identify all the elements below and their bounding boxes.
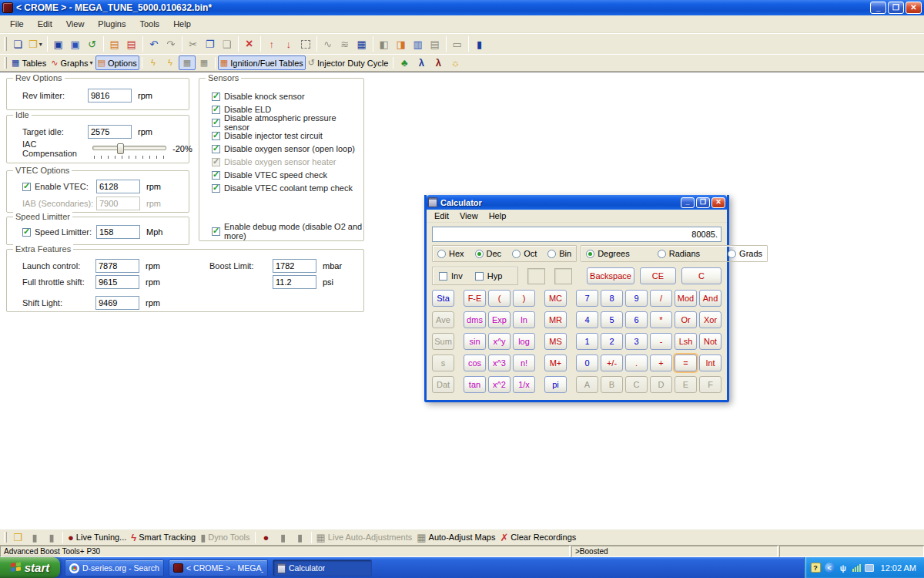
calc-key-exp[interactable]: Exp <box>488 311 511 328</box>
table-3d-button[interactable]: ▦ <box>353 35 370 52</box>
speed-limiter-input[interactable] <box>96 225 140 239</box>
menu-edit[interactable]: Edit <box>31 17 59 31</box>
calc-key-dms[interactable]: dms <box>464 311 486 328</box>
rev-limiter-input[interactable] <box>88 89 132 102</box>
radio-radians[interactable]: Radians <box>658 249 700 258</box>
auto-adjust-maps-button[interactable]: ▦ Auto-Adjust Maps <box>414 529 497 546</box>
calc-key-add[interactable]: + <box>650 355 672 371</box>
capture-button[interactable]: ◨ <box>393 35 410 52</box>
iac-compensation-slider[interactable] <box>92 143 166 154</box>
calc-key-int[interactable]: Int <box>699 355 721 371</box>
calc-key-8[interactable]: 8 <box>601 290 623 307</box>
calc-key-ln[interactable]: ln <box>513 311 535 328</box>
stop-recording-button[interactable]: ▮ <box>26 529 43 546</box>
ignition-table-small-button[interactable]: ▦ <box>196 55 213 70</box>
calc-key-1[interactable]: 1 <box>576 333 598 350</box>
select-region-button[interactable] <box>297 35 314 52</box>
notes-button[interactable]: ▤ <box>427 35 444 52</box>
radio-dec[interactable]: Dec <box>475 249 502 258</box>
injector-duty-cycle-button[interactable]: ↺ Injector Duty Cycle <box>306 55 391 70</box>
calc-key-4[interactable]: 4 <box>576 311 598 328</box>
disable-atmospheric-pressure-checkbox[interactable] <box>212 119 220 127</box>
datalog-button[interactable]: ◧ <box>376 35 393 52</box>
open-dropdown-icon[interactable]: ▾ <box>39 41 42 48</box>
calc-key-m-plus[interactable]: M+ <box>544 355 567 371</box>
calc-key-log[interactable]: log <box>513 333 535 350</box>
lambda-blue-button[interactable]: λ <box>413 55 430 70</box>
open-recording-button[interactable]: ❒ <box>9 529 26 546</box>
calc-key-sin[interactable]: sin <box>464 333 486 350</box>
disable-injector-test-checkbox[interactable] <box>212 132 220 140</box>
move-up-button[interactable]: ↑ <box>263 35 280 52</box>
redo-button[interactable]: ↷ <box>162 35 179 52</box>
save-as-button[interactable]: ▣ <box>67 35 84 52</box>
close-button[interactable]: ✕ <box>906 2 922 14</box>
menu-file[interactable]: File <box>3 17 31 31</box>
boost-limit-mbar-input[interactable] <box>273 259 316 273</box>
calc-key-and[interactable]: And <box>699 290 721 307</box>
radio-hex[interactable]: Hex <box>437 249 464 258</box>
calc-key-2[interactable]: 2 <box>601 333 623 350</box>
calc-key-pi[interactable]: pi <box>544 376 567 393</box>
calculator-menu-help[interactable]: Help <box>484 210 512 222</box>
calc-key-not[interactable]: Not <box>699 333 721 350</box>
menu-plugins[interactable]: Plugins <box>91 17 132 31</box>
lambda-target-button[interactable]: λ <box>430 55 447 70</box>
boost-tool-2-button[interactable]: ϟ <box>162 55 179 70</box>
calculator-minimize-button[interactable]: _ <box>681 197 695 208</box>
cut-button[interactable]: ✂ <box>185 35 202 52</box>
enable-vtec-checkbox[interactable] <box>22 183 31 191</box>
calc-key-backspace[interactable]: Backspace <box>587 267 634 284</box>
clear-recordings-button[interactable]: ✗ Clear Recordings <box>497 529 578 546</box>
calc-key-cos[interactable]: cos <box>464 355 486 371</box>
calc-key-ce[interactable]: CE <box>640 267 676 284</box>
tables-button[interactable]: ▦ Tables <box>9 55 49 70</box>
start-button[interactable]: start <box>0 557 60 578</box>
bookmark-button[interactable]: ▮ <box>471 35 488 52</box>
calc-key-tan[interactable]: tan <box>464 376 486 393</box>
inv-checkbox[interactable] <box>439 272 447 281</box>
compare-window-button[interactable]: ▥ <box>410 35 427 52</box>
eco-leaf-button[interactable]: ♣ <box>396 55 413 70</box>
calc-key-close-paren[interactable]: ) <box>513 290 535 307</box>
graphs-button[interactable]: ∿ Graphs ▾ <box>49 55 95 70</box>
calc-key-x-pow-y[interactable]: x^y <box>488 333 511 350</box>
disable-oxygen-sensor-checkbox[interactable] <box>212 145 220 153</box>
calc-key-reciprocal[interactable]: 1/x <box>513 376 535 393</box>
copy-button[interactable]: ❐ <box>202 35 219 52</box>
hyp-checkbox-wrap[interactable]: Hyp <box>475 271 503 281</box>
line-graph-button[interactable]: ∿ <box>320 35 336 52</box>
slider-thumb[interactable] <box>117 143 124 154</box>
tray-signal-icon[interactable] <box>852 563 861 572</box>
revert-button[interactable]: ↺ <box>84 35 101 52</box>
fuel-table-small-button[interactable]: ▦ <box>179 55 196 70</box>
export-rom-button[interactable]: ▤ <box>106 35 123 52</box>
full-throttle-shift-input[interactable] <box>95 275 139 289</box>
calc-key-x-cubed[interactable]: x^3 <box>488 355 511 371</box>
disable-vtec-speed-checkbox[interactable] <box>212 171 220 180</box>
move-down-button[interactable]: ↓ <box>280 35 297 52</box>
surface-graph-button[interactable]: ≋ <box>336 35 353 52</box>
calc-key-multiply[interactable]: * <box>650 311 672 328</box>
disable-vtec-coolant-checkbox[interactable] <box>212 184 220 193</box>
calculator-menu-view[interactable]: View <box>454 210 484 222</box>
calc-key-equals[interactable]: = <box>675 355 697 371</box>
taskbar-item-calculator[interactable]: Calculator <box>273 560 372 576</box>
menu-view[interactable]: View <box>59 17 92 31</box>
calc-key-decimal[interactable]: . <box>625 355 648 371</box>
calc-key-7[interactable]: 7 <box>576 290 598 307</box>
options-button[interactable]: ▤ Options <box>95 55 139 70</box>
calculator-menu-edit[interactable]: Edit <box>429 210 454 222</box>
calc-key-open-paren[interactable]: ( <box>488 290 511 307</box>
launch-control-input[interactable] <box>95 259 139 273</box>
save-recording-button[interactable]: ▮ <box>43 529 60 546</box>
radio-oct[interactable]: Oct <box>512 249 537 258</box>
tray-wireless-icon[interactable]: ψ <box>839 563 849 573</box>
minimize-button[interactable]: _ <box>870 2 886 14</box>
ignition-fuel-tables-button[interactable]: ▦ Ignition/Fuel Tables <box>218 55 306 70</box>
restore-button[interactable]: ❐ <box>888 2 904 14</box>
tray-messenger-icon[interactable]: < <box>825 563 835 573</box>
boost-limit-psi-input[interactable] <box>273 275 316 289</box>
calc-key-sign[interactable]: +/- <box>601 355 623 371</box>
calc-key-c[interactable]: C <box>681 267 721 284</box>
